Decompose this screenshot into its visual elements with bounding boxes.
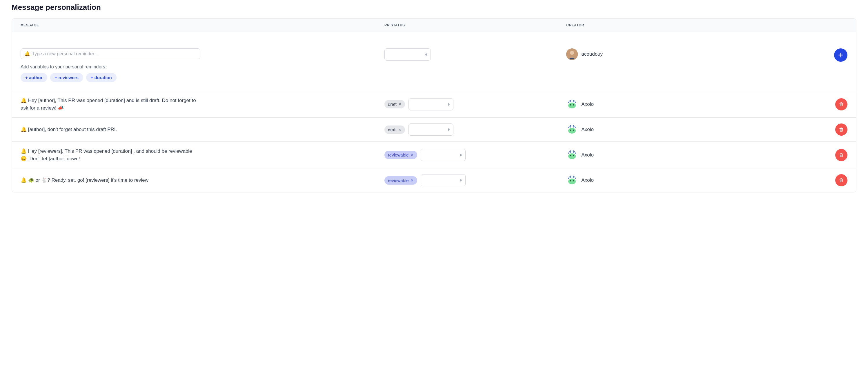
chevron-updown-icon: ▲▼ — [425, 53, 428, 56]
trash-icon — [839, 127, 844, 132]
compose-row: 🔔 Add variables to your personal reminde… — [12, 32, 856, 91]
pr-status-select[interactable]: ▲▼ — [421, 149, 466, 161]
svg-point-2 — [568, 103, 576, 108]
chevron-updown-icon: ▲▼ — [460, 179, 462, 182]
column-header-creator: CREATOR — [566, 23, 781, 27]
svg-point-10 — [573, 155, 574, 156]
delete-reminder-button[interactable] — [835, 149, 847, 161]
creator-name: Axolo — [581, 101, 594, 107]
reminder-message: 🔔 🐢 or 🐇? Ready, set, go! [reviewers] it… — [21, 177, 200, 184]
avatar — [566, 149, 578, 161]
chevron-updown-icon: ▲▼ — [460, 153, 462, 157]
remove-tag-icon[interactable]: ✕ — [398, 102, 402, 106]
delete-reminder-button[interactable] — [835, 98, 847, 110]
status-tag: draft ✕ — [384, 126, 405, 134]
table-row: 🔔 Hey [reviewers], This PR was opened [d… — [12, 142, 856, 168]
status-tag: reviewable ✕ — [384, 151, 417, 159]
pr-status-select[interactable]: ▲▼ — [408, 98, 454, 110]
add-duration-variable-button[interactable]: + duration — [86, 73, 117, 82]
avatar — [566, 99, 578, 110]
avatar — [566, 49, 578, 60]
avatar — [566, 174, 578, 186]
svg-point-12 — [570, 180, 571, 182]
svg-point-3 — [570, 104, 571, 105]
reminder-message: 🔔 Hey [reviewers], This PR was opened [d… — [21, 148, 200, 162]
column-header-pr-status: PR STATUS — [384, 23, 566, 27]
reminder-input[interactable] — [32, 51, 196, 57]
table-row: 🔔 🐢 or 🐇? Ready, set, go! [reviewers] it… — [12, 168, 856, 192]
creator-name: acoudouy — [581, 51, 603, 57]
svg-point-9 — [570, 155, 571, 156]
plus-icon — [838, 52, 844, 58]
delete-reminder-button[interactable] — [835, 174, 847, 186]
creator-name: Axolo — [581, 152, 594, 158]
avatar — [566, 124, 578, 135]
status-tag: reviewable ✕ — [384, 176, 417, 185]
pr-status-select[interactable]: ▲▼ — [408, 124, 454, 136]
status-tag: draft ✕ — [384, 100, 405, 108]
page-title: Message personalization — [11, 3, 857, 12]
trash-icon — [839, 178, 844, 183]
table-header: MESSAGE PR STATUS CREATOR — [12, 19, 856, 32]
remove-tag-icon[interactable]: ✕ — [398, 128, 402, 132]
remove-tag-icon[interactable]: ✕ — [410, 153, 414, 157]
pr-status-select[interactable]: ▲▼ — [421, 174, 466, 186]
creator-name: Axolo — [581, 178, 594, 183]
svg-point-8 — [568, 153, 576, 159]
chevron-updown-icon: ▲▼ — [447, 128, 450, 131]
column-header-message: MESSAGE — [21, 23, 384, 27]
reminder-message: 🔔 Hey [author], This PR was opened [dura… — [21, 97, 200, 112]
creator-name: Axolo — [581, 127, 594, 132]
bell-icon: 🔔 — [24, 51, 30, 57]
reminder-input-wrapper[interactable]: 🔔 — [21, 49, 200, 59]
svg-point-5 — [568, 128, 576, 134]
add-reminder-button[interactable] — [834, 49, 847, 62]
chevron-updown-icon: ▲▼ — [447, 103, 450, 106]
svg-point-4 — [573, 104, 574, 105]
add-author-variable-button[interactable]: + author — [21, 73, 47, 82]
remove-tag-icon[interactable]: ✕ — [410, 178, 414, 183]
table-row: 🔔 [author], don't forget about this draf… — [12, 118, 856, 142]
personalization-table: MESSAGE PR STATUS CREATOR 🔔 Add variable… — [11, 18, 857, 192]
trash-icon — [839, 102, 844, 107]
variables-helper-text: Add variables to your personal reminders… — [21, 64, 384, 69]
svg-point-11 — [568, 179, 576, 184]
svg-point-6 — [570, 130, 571, 131]
add-reviewers-variable-button[interactable]: + reviewers — [50, 73, 83, 82]
compose-pr-status-select[interactable]: ▲▼ — [384, 49, 431, 61]
delete-reminder-button[interactable] — [835, 124, 847, 136]
svg-point-7 — [573, 130, 574, 131]
reminder-message: 🔔 [author], don't forget about this draf… — [21, 126, 200, 133]
svg-point-13 — [573, 180, 574, 182]
svg-point-1 — [570, 51, 574, 55]
table-row: 🔔 Hey [author], This PR was opened [dura… — [12, 91, 856, 118]
trash-icon — [839, 153, 844, 158]
